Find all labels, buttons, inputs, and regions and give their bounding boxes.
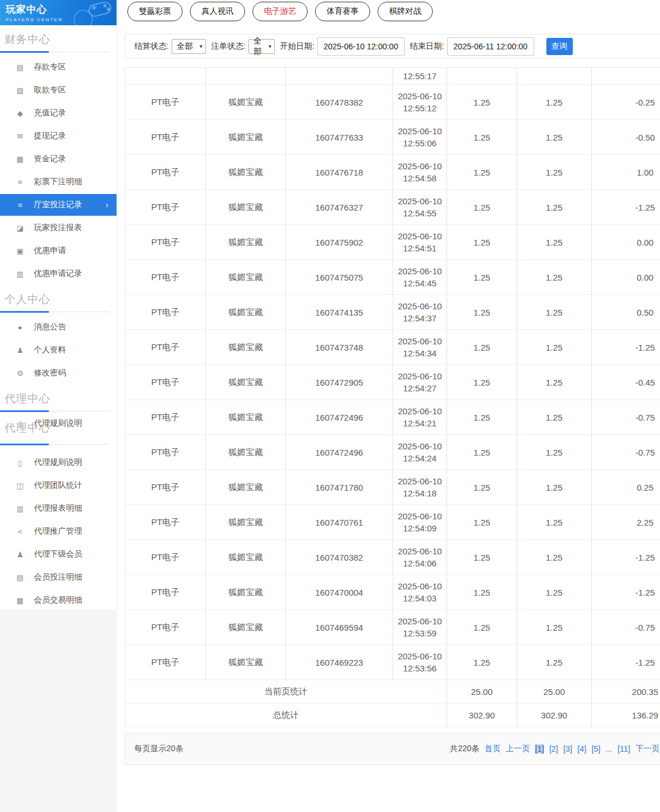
cell-win-loss: -0.25	[592, 85, 660, 120]
sidebar-item-member-bet-details[interactable]: ▤ 会员投注明细	[0, 566, 117, 589]
cell-time: 2025-06-10 12:55:12	[393, 85, 447, 120]
cell-valid-bet: 1.25	[517, 190, 592, 225]
tab-board-games[interactable]: 棋牌对战	[378, 2, 433, 21]
sidebar-item-agent-rules[interactable]: ▯ 代理规则说明	[0, 451, 117, 474]
category-tabs: 雙贏彩票真人视讯电子游艺体育赛事棋牌对战	[127, 2, 433, 21]
summary-winloss: 200.35	[592, 680, 660, 704]
cell-valid-bet: 1.25	[517, 540, 592, 575]
sidebar-item-label: 会员投注明细	[34, 572, 82, 582]
sidebar-item-lottery-bet-details[interactable]: ≡ 彩票下注明细	[0, 170, 117, 193]
cell-game-type: PT电子	[125, 505, 206, 540]
sidebar-item-promo-apply-records[interactable]: ▥ 优惠申请记录	[0, 262, 117, 285]
cell-valid-bet: 1.25	[517, 365, 592, 400]
page-ellipsis[interactable]: [5]	[592, 744, 601, 753]
cell-date-line: 2025-06-10	[393, 125, 447, 137]
cell-time-line: 12:55:12	[393, 102, 447, 114]
gamepad-icon	[73, 0, 113, 25]
end-date-input[interactable]	[447, 37, 534, 56]
first-page-link[interactable]: 首页	[484, 744, 500, 754]
cell-date-line: 2025-06-10	[393, 230, 447, 242]
sidebar-item-label: 修改密码	[34, 368, 66, 378]
table-row: PT电子 狐媚宝藏 1607472496 2025-06-10 12:54:24…	[125, 435, 660, 470]
tab-live-video[interactable]: 真人视讯	[190, 2, 245, 21]
sidebar-item-label: 充值记录	[34, 108, 66, 118]
search-button[interactable]: 查询	[546, 38, 573, 55]
section-divider	[0, 312, 110, 312]
cell-valid-bet: 1.25	[517, 295, 592, 330]
sidebar-item-deposit[interactable]: ▤ 存款专区	[0, 56, 117, 79]
cell-time-line: 12:54:21	[393, 417, 447, 429]
sidebar-item-agent-report-details[interactable]: ▥ 代理报表明细	[0, 497, 117, 520]
page-link-4[interactable]: [4]	[577, 744, 587, 753]
deposit-card-icon: ▤	[15, 63, 25, 72]
order-status-select[interactable]: 全部 ▾	[249, 39, 275, 54]
cell-order-no: 1607470382	[286, 540, 393, 575]
cell-game-type: PT电子	[125, 190, 206, 225]
sidebar-item-player-bet-report[interactable]: ◪ 玩家投注报表	[0, 216, 117, 239]
next-page-link[interactable]: 下一页	[635, 744, 659, 754]
cell-game-type: PT电子	[125, 225, 206, 260]
page-link-3[interactable]: [3]	[564, 744, 573, 753]
cell-valid-bet: 1.25	[517, 120, 592, 155]
cell-bet-amount: 1.25	[447, 85, 517, 120]
tab-egames[interactable]: 电子游艺	[253, 2, 308, 21]
start-date-input[interactable]	[317, 37, 405, 56]
sidebar-item-withdraw-zone[interactable]: ▨ 取款专区	[0, 79, 117, 102]
cell-game-type: PT电子	[125, 120, 206, 155]
sidebar-item-agent-promotion[interactable]: < 代理推广管理	[0, 520, 117, 543]
sidebar-item-label: 优惠申请记录	[34, 269, 82, 279]
cell-time: 2025-06-10 12:54:34	[393, 330, 447, 365]
cell-time: 2025-06-10 12:53:56	[393, 645, 447, 680]
cell-game-name: 狐媚宝藏	[206, 575, 286, 610]
table-row: PT电子 狐媚宝藏 1607471780 2025-06-10 12:54:18…	[125, 470, 660, 505]
table-row: PT电子 狐媚宝藏 1607472905 2025-06-10 12:54:27…	[125, 365, 660, 400]
page-link-1[interactable]: [1]	[535, 744, 544, 753]
report-detail-icon: ▥	[15, 504, 25, 513]
cell-bet-amount: 1.25	[447, 120, 517, 155]
section-agent-center-duplicate: 代理中心	[5, 421, 51, 436]
tab-lottery[interactable]: 雙贏彩票	[127, 2, 183, 21]
sidebar-item-agent-team-stats[interactable]: ◫ 代理团队统计	[0, 474, 117, 497]
sidebar-item-label: 玩家投注报表	[34, 223, 82, 233]
cell-game-name: 狐媚宝藏	[206, 470, 286, 505]
cell-valid-bet: 1.25	[517, 610, 592, 645]
settle-status-value: 全部	[177, 41, 193, 52]
sidebar-item-promo-apply[interactable]: ▣ 优惠申请	[0, 239, 117, 262]
chevron-right-icon: ›	[106, 200, 108, 209]
sidebar-item-announcements[interactable]: ● 消息公告	[0, 316, 117, 339]
sidebar-item-agent-sub-members[interactable]: ♟ 代理下级会员	[0, 543, 117, 566]
page-link-2[interactable]: [2]	[549, 744, 558, 753]
cell-game-name: 狐媚宝藏	[206, 85, 286, 120]
cell-time-line: 12:54:34	[393, 347, 447, 359]
prev-page-link[interactable]: 上一页	[506, 744, 530, 754]
summary-label: 总统计	[125, 704, 447, 727]
sidebar-item-hall-bet-records[interactable]: ≡ 厅室投注记录 ›	[0, 194, 117, 216]
page-link-11[interactable]: [11]	[618, 744, 630, 753]
member-trade-icon: ▦	[15, 596, 25, 605]
section-divider	[0, 444, 110, 445]
sidebar-item-label: 代理下级会员	[34, 549, 82, 560]
cell-order-no: 1607474135	[286, 295, 393, 330]
cell-game-type: PT电子	[125, 365, 206, 400]
sidebar-item-recharge-records[interactable]: ◆ 充值记录	[0, 102, 117, 125]
sidebar-item-funds-records[interactable]: ▦ 资金记录	[0, 147, 117, 170]
cell-time: 2025-06-10 12:54:37	[393, 295, 447, 330]
sidebar-item-member-trade-details[interactable]: ▦ 会员交易明细	[0, 589, 117, 609]
sidebar-item-profile[interactable]: ♟ 个人资料	[0, 339, 117, 362]
gear-icon: ⚙	[15, 369, 25, 378]
tab-sports[interactable]: 体育赛事	[315, 2, 370, 21]
cell-game-name: 狐媚宝藏	[206, 330, 286, 365]
member-bet-icon: ▤	[15, 573, 25, 582]
cell-game-type: PT电子	[125, 260, 206, 295]
cell-time-line: 12:54:27	[393, 382, 447, 394]
cell-time: 12:55:17	[393, 68, 447, 85]
cell-valid-bet: 1.25	[517, 645, 592, 680]
settle-status-select[interactable]: 全部 ▾	[172, 39, 206, 54]
cell-win-loss: -1.25	[592, 645, 660, 680]
sidebar-item-withdraw-records[interactable]: ✉ 提现记录	[0, 125, 117, 147]
cell-bet-amount: 1.25	[447, 645, 517, 680]
cell-win-loss: -1.25	[592, 190, 660, 225]
cell-bet-amount: 1.25	[447, 225, 517, 260]
cell-game-type: PT电子	[125, 645, 206, 680]
sidebar-item-change-password[interactable]: ⚙ 修改密码	[0, 362, 117, 384]
